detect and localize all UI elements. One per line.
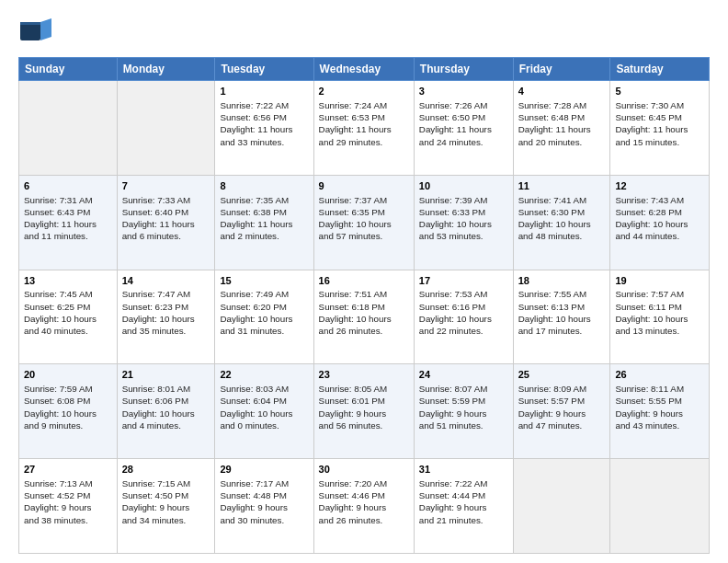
calendar-cell: 9Sunrise: 7:37 AM Sunset: 6:35 PM Daylig… — [313, 175, 414, 270]
day-info: Sunrise: 7:47 AM Sunset: 6:23 PM Dayligh… — [122, 288, 210, 337]
calendar-cell: 7Sunrise: 7:33 AM Sunset: 6:40 PM Daylig… — [117, 175, 215, 270]
day-info: Sunrise: 7:51 AM Sunset: 6:18 PM Dayligh… — [319, 288, 409, 337]
day-number: 16 — [319, 274, 409, 288]
calendar-cell: 4Sunrise: 7:28 AM Sunset: 6:48 PM Daylig… — [513, 81, 610, 176]
day-number: 24 — [419, 368, 508, 382]
calendar-cell: 6Sunrise: 7:31 AM Sunset: 6:43 PM Daylig… — [19, 175, 118, 270]
day-info: Sunrise: 8:07 AM Sunset: 5:59 PM Dayligh… — [419, 383, 508, 431]
logo-icon — [18, 15, 51, 48]
calendar-cell — [610, 459, 710, 554]
day-number: 1 — [220, 85, 308, 98]
calendar-cell: 5Sunrise: 7:30 AM Sunset: 6:45 PM Daylig… — [610, 81, 710, 176]
day-number: 31 — [419, 463, 508, 477]
day-info: Sunrise: 8:03 AM Sunset: 6:04 PM Dayligh… — [220, 383, 308, 431]
calendar-cell: 17Sunrise: 7:53 AM Sunset: 6:16 PM Dayli… — [414, 270, 513, 364]
day-info: Sunrise: 7:49 AM Sunset: 6:20 PM Dayligh… — [220, 288, 308, 337]
day-number: 22 — [220, 368, 308, 382]
calendar-cell: 21Sunrise: 8:01 AM Sunset: 6:06 PM Dayli… — [117, 364, 215, 459]
day-number: 30 — [319, 463, 409, 477]
day-info: Sunrise: 7:33 AM Sunset: 6:40 PM Dayligh… — [122, 194, 210, 243]
day-number: 3 — [419, 85, 508, 98]
day-number: 10 — [419, 179, 508, 193]
calendar-cell: 18Sunrise: 7:55 AM Sunset: 6:13 PM Dayli… — [513, 270, 610, 364]
weekday-header-wednesday: Wednesday — [313, 58, 414, 81]
svg-marker-1 — [40, 18, 51, 40]
day-info: Sunrise: 7:15 AM Sunset: 4:50 PM Dayligh… — [122, 477, 210, 526]
day-number: 27 — [24, 463, 112, 477]
day-number: 19 — [615, 274, 704, 288]
day-number: 6 — [24, 179, 112, 193]
calendar-week-row: 20Sunrise: 7:59 AM Sunset: 6:08 PM Dayli… — [19, 364, 710, 459]
weekday-header-friday: Friday — [513, 58, 610, 81]
day-info: Sunrise: 7:41 AM Sunset: 6:30 PM Dayligh… — [518, 194, 606, 243]
day-number: 5 — [615, 85, 704, 98]
day-number: 9 — [319, 179, 409, 193]
day-info: Sunrise: 7:35 AM Sunset: 6:38 PM Dayligh… — [220, 194, 308, 243]
calendar-cell: 19Sunrise: 7:57 AM Sunset: 6:11 PM Dayli… — [610, 270, 710, 364]
day-number: 2 — [319, 85, 409, 98]
day-number: 29 — [220, 463, 308, 477]
day-info: Sunrise: 7:55 AM Sunset: 6:13 PM Dayligh… — [518, 288, 606, 337]
day-info: Sunrise: 7:13 AM Sunset: 4:52 PM Dayligh… — [24, 477, 112, 526]
day-info: Sunrise: 7:26 AM Sunset: 6:50 PM Dayligh… — [419, 99, 508, 148]
day-info: Sunrise: 7:57 AM Sunset: 6:11 PM Dayligh… — [615, 288, 704, 337]
calendar-cell: 14Sunrise: 7:47 AM Sunset: 6:23 PM Dayli… — [117, 270, 215, 364]
day-info: Sunrise: 7:20 AM Sunset: 4:46 PM Dayligh… — [319, 477, 409, 526]
header — [18, 15, 710, 48]
weekday-header-thursday: Thursday — [414, 58, 513, 81]
day-number: 14 — [122, 274, 210, 288]
day-number: 21 — [122, 368, 210, 382]
calendar-cell: 30Sunrise: 7:20 AM Sunset: 4:46 PM Dayli… — [313, 459, 414, 554]
day-info: Sunrise: 7:37 AM Sunset: 6:35 PM Dayligh… — [319, 194, 409, 243]
day-info: Sunrise: 8:11 AM Sunset: 5:55 PM Dayligh… — [615, 383, 704, 431]
weekday-header-tuesday: Tuesday — [215, 58, 313, 81]
day-number: 26 — [615, 368, 704, 382]
weekday-header-saturday: Saturday — [610, 58, 710, 81]
calendar-cell: 26Sunrise: 8:11 AM Sunset: 5:55 PM Dayli… — [610, 364, 710, 459]
svg-rect-2 — [20, 22, 40, 25]
calendar-cell: 16Sunrise: 7:51 AM Sunset: 6:18 PM Dayli… — [313, 270, 414, 364]
calendar-cell — [513, 459, 610, 554]
calendar-cell — [117, 81, 215, 176]
day-info: Sunrise: 7:28 AM Sunset: 6:48 PM Dayligh… — [518, 99, 606, 148]
day-info: Sunrise: 8:01 AM Sunset: 6:06 PM Dayligh… — [122, 383, 210, 431]
page: SundayMondayTuesdayWednesdayThursdayFrid… — [0, 0, 728, 563]
calendar-week-row: 6Sunrise: 7:31 AM Sunset: 6:43 PM Daylig… — [19, 175, 710, 270]
day-info: Sunrise: 7:39 AM Sunset: 6:33 PM Dayligh… — [419, 194, 508, 243]
calendar-cell: 25Sunrise: 8:09 AM Sunset: 5:57 PM Dayli… — [513, 364, 610, 459]
calendar-header-row: SundayMondayTuesdayWednesdayThursdayFrid… — [19, 58, 710, 81]
calendar-week-row: 27Sunrise: 7:13 AM Sunset: 4:52 PM Dayli… — [19, 459, 710, 554]
day-info: Sunrise: 7:22 AM Sunset: 6:56 PM Dayligh… — [220, 99, 308, 148]
day-info: Sunrise: 7:59 AM Sunset: 6:08 PM Dayligh… — [24, 383, 112, 431]
calendar-cell — [19, 81, 118, 176]
calendar-cell: 28Sunrise: 7:15 AM Sunset: 4:50 PM Dayli… — [117, 459, 215, 554]
logo — [18, 15, 55, 48]
calendar-cell: 22Sunrise: 8:03 AM Sunset: 6:04 PM Dayli… — [215, 364, 313, 459]
day-number: 13 — [24, 274, 112, 288]
day-info: Sunrise: 8:05 AM Sunset: 6:01 PM Dayligh… — [319, 383, 409, 431]
calendar-cell: 24Sunrise: 8:07 AM Sunset: 5:59 PM Dayli… — [414, 364, 513, 459]
calendar-week-row: 13Sunrise: 7:45 AM Sunset: 6:25 PM Dayli… — [19, 270, 710, 364]
day-info: Sunrise: 7:24 AM Sunset: 6:53 PM Dayligh… — [319, 99, 409, 148]
calendar-cell: 10Sunrise: 7:39 AM Sunset: 6:33 PM Dayli… — [414, 175, 513, 270]
calendar-cell: 12Sunrise: 7:43 AM Sunset: 6:28 PM Dayli… — [610, 175, 710, 270]
day-number: 20 — [24, 368, 112, 382]
day-number: 15 — [220, 274, 308, 288]
calendar-cell: 11Sunrise: 7:41 AM Sunset: 6:30 PM Dayli… — [513, 175, 610, 270]
day-info: Sunrise: 7:45 AM Sunset: 6:25 PM Dayligh… — [24, 288, 112, 337]
day-info: Sunrise: 7:22 AM Sunset: 4:44 PM Dayligh… — [419, 477, 508, 526]
weekday-header-sunday: Sunday — [19, 58, 118, 81]
calendar-cell: 23Sunrise: 8:05 AM Sunset: 6:01 PM Dayli… — [313, 364, 414, 459]
calendar-cell: 29Sunrise: 7:17 AM Sunset: 4:48 PM Dayli… — [215, 459, 313, 554]
calendar-cell: 3Sunrise: 7:26 AM Sunset: 6:50 PM Daylig… — [414, 81, 513, 176]
day-info: Sunrise: 7:43 AM Sunset: 6:28 PM Dayligh… — [615, 194, 704, 243]
calendar-week-row: 1Sunrise: 7:22 AM Sunset: 6:56 PM Daylig… — [19, 81, 710, 176]
day-number: 8 — [220, 179, 308, 193]
day-info: Sunrise: 8:09 AM Sunset: 5:57 PM Dayligh… — [518, 383, 606, 431]
day-number: 17 — [419, 274, 508, 288]
day-number: 11 — [518, 179, 606, 193]
day-number: 7 — [122, 179, 210, 193]
day-info: Sunrise: 7:31 AM Sunset: 6:43 PM Dayligh… — [24, 194, 112, 243]
calendar-cell: 1Sunrise: 7:22 AM Sunset: 6:56 PM Daylig… — [215, 81, 313, 176]
calendar-cell: 27Sunrise: 7:13 AM Sunset: 4:52 PM Dayli… — [19, 459, 118, 554]
